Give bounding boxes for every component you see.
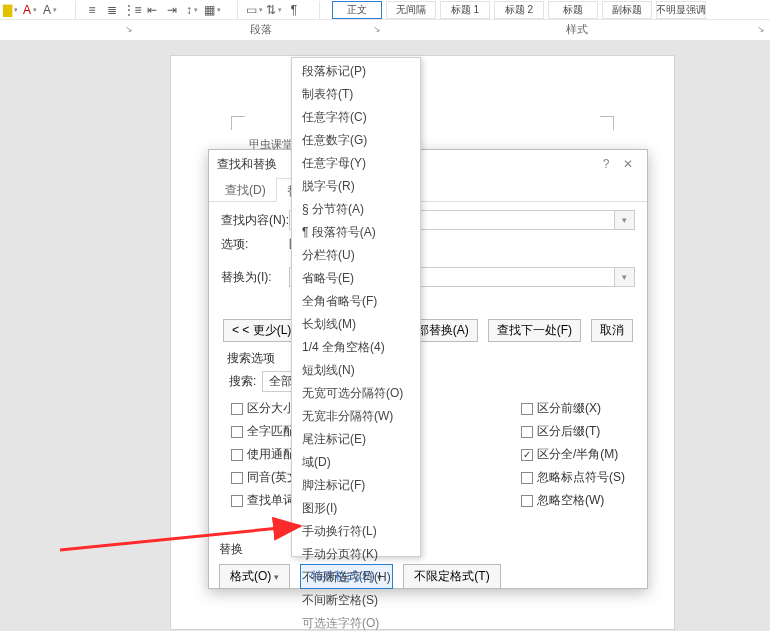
menu-item[interactable]: 段落标记(P) <box>292 60 420 83</box>
menu-item[interactable]: 图形(I) <box>292 497 420 520</box>
replace-section-label: 替换 <box>219 541 637 558</box>
menu-item[interactable]: 不间断连字符(H) <box>292 566 420 589</box>
menu-item[interactable]: 可选连字符(O) <box>292 612 420 631</box>
dec-indent-icon[interactable]: ⇤ <box>143 1 161 19</box>
checkbox[interactable]: 区分全/半角(M) <box>521 446 625 463</box>
margin-corner <box>600 116 614 130</box>
separator <box>228 1 238 19</box>
style-item[interactable]: 副标题 <box>602 1 652 19</box>
replace-label: 替换为(I): <box>221 269 289 286</box>
search-options-label: 搜索选项 <box>227 350 635 367</box>
group-paragraph: 段落↘ <box>138 20 386 40</box>
tab-find[interactable]: 查找(D) <box>215 178 276 201</box>
font-color-icon[interactable]: A <box>21 1 39 19</box>
help-icon[interactable]: ? <box>595 157 617 171</box>
separator <box>66 1 76 19</box>
style-item[interactable]: 标题 2 <box>494 1 544 19</box>
style-item[interactable]: 标题 <box>548 1 598 19</box>
options-label: 选项: <box>221 236 289 253</box>
ribbon: ▇ A A ≡ ≣ ⋮≡ ⇤ ⇥ ↕ ▦ ▭ ⇅ ¶ 正文 无间隔 标题 1 标… <box>0 0 770 20</box>
menu-item[interactable]: 脚注标记(F) <box>292 474 420 497</box>
line-spacing-icon[interactable]: ↕ <box>183 1 201 19</box>
menu-item[interactable]: 短划线(N) <box>292 359 420 382</box>
dialog-form: 查找内容(N): ▾ 选项: 区 替换为(I): ▾ < < 更少(L) 替换(… <box>209 202 647 515</box>
menu-item[interactable]: 1/4 全角空格(4) <box>292 336 420 359</box>
style-item[interactable]: 不明显强调 <box>656 1 706 19</box>
cancel-button[interactable]: 取消 <box>591 319 633 342</box>
search-label: 搜索: <box>229 373 256 390</box>
bullets-icon[interactable]: ≡ <box>83 1 101 19</box>
find-label: 查找内容(N): <box>221 212 289 229</box>
find-replace-dialog: 查找和替换 ? ✕ 查找(D) 替换(P) 查找内容(N): ▾ 选项: 区 替… <box>208 149 648 589</box>
menu-item[interactable]: 域(D) <box>292 451 420 474</box>
dialog-titlebar: 查找和替换 ? ✕ <box>209 150 647 178</box>
sort-icon[interactable]: ⇅ <box>265 1 283 19</box>
multilevel-icon[interactable]: ⋮≡ <box>123 1 141 19</box>
less-button[interactable]: < < 更少(L) <box>223 319 300 342</box>
options-grid: 区分大小写(H) 全字匹配(Y) 使用通配符(U) 同音(英文)(K) 查找单词… <box>221 400 635 515</box>
chevron-down-icon[interactable]: ▾ <box>614 268 634 286</box>
menu-item[interactable]: 无宽可选分隔符(O) <box>292 382 420 405</box>
menu-item[interactable]: 脱字号(R) <box>292 175 420 198</box>
special-format-menu: 段落标记(P)制表符(T)任意字符(C)任意数字(G)任意字母(Y)脱字号(R)… <box>291 57 421 557</box>
menu-item[interactable]: 无宽非分隔符(W) <box>292 405 420 428</box>
show-marks-icon[interactable]: ¶ <box>285 1 303 19</box>
menu-item[interactable]: 手动换行符(L) <box>292 520 420 543</box>
menu-item[interactable]: 任意字符(C) <box>292 106 420 129</box>
format-button[interactable]: 格式(O) <box>219 564 290 589</box>
inc-indent-icon[interactable]: ⇥ <box>163 1 181 19</box>
borders-icon[interactable]: ▦ <box>203 1 221 19</box>
char-shading-icon[interactable]: A <box>41 1 59 19</box>
ribbon-group-bar: ↘ 段落↘ 样式↘ <box>0 20 770 40</box>
group-styles: 样式↘ <box>386 20 771 40</box>
menu-item[interactable]: 制表符(T) <box>292 83 420 106</box>
highlight-color-icon[interactable]: ▇ <box>1 1 19 19</box>
checkbox[interactable]: 忽略标点符号(S) <box>521 469 625 486</box>
menu-item[interactable]: 任意数字(G) <box>292 129 420 152</box>
launcher-icon[interactable]: ↘ <box>373 20 381 38</box>
menu-item[interactable]: 全角省略号(F) <box>292 290 420 313</box>
launcher-icon[interactable]: ↘ <box>757 20 765 38</box>
menu-item[interactable]: 长划线(M) <box>292 313 420 336</box>
group-font: ↘ <box>0 20 138 40</box>
menu-item[interactable]: 尾注标记(E) <box>292 428 420 451</box>
menu-item[interactable]: 不间断空格(S) <box>292 589 420 612</box>
menu-item[interactable]: § 分节符(A) <box>292 198 420 221</box>
checkbox[interactable]: 区分前缀(X) <box>521 400 625 417</box>
menu-item[interactable]: 任意字母(Y) <box>292 152 420 175</box>
menu-item[interactable]: 省略号(E) <box>292 267 420 290</box>
chevron-down-icon[interactable]: ▾ <box>614 211 634 229</box>
shading-icon[interactable]: ▭ <box>245 1 263 19</box>
find-next-button[interactable]: 查找下一处(F) <box>488 319 581 342</box>
style-item[interactable]: 无间隔 <box>386 1 436 19</box>
close-icon[interactable]: ✕ <box>617 157 639 171</box>
separator <box>310 1 320 19</box>
dialog-tabs: 查找(D) 替换(P) <box>209 178 647 202</box>
menu-item[interactable]: 手动分页符(K) <box>292 543 420 566</box>
group-label: 段落 <box>250 23 272 35</box>
group-label: 样式 <box>566 23 588 35</box>
checkbox[interactable]: 忽略空格(W) <box>521 492 625 509</box>
dialog-bottom: 替换 格式(O) 特殊格式(E) 不限定格式(T) <box>209 536 647 588</box>
menu-item[interactable]: 分栏符(U) <box>292 244 420 267</box>
margin-corner <box>231 116 245 130</box>
style-item[interactable]: 标题 1 <box>440 1 490 19</box>
checkbox[interactable]: 区分后缀(T) <box>521 423 625 440</box>
style-gallery: 正文 无间隔 标题 1 标题 2 标题 副标题 不明显强调 <box>332 1 706 19</box>
menu-item[interactable]: ¶ 段落符号(A) <box>292 221 420 244</box>
numbering-icon[interactable]: ≣ <box>103 1 121 19</box>
style-item[interactable]: 正文 <box>332 1 382 19</box>
launcher-icon[interactable]: ↘ <box>125 20 133 38</box>
